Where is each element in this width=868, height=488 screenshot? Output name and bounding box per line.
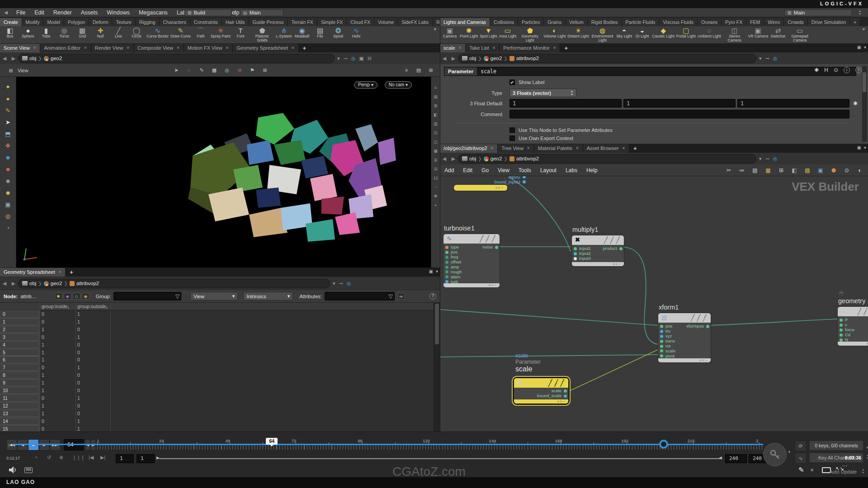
tab-performance-monitor[interactable]: Performance Monitor✕: [500, 44, 560, 52]
shelf-tab-characters[interactable]: Characters: [160, 18, 190, 26]
display-option-icon-5[interactable]: ⊡: [434, 131, 438, 135]
output-port-product[interactable]: product: [603, 246, 623, 251]
attribute-list-icon[interactable]: ≔: [397, 293, 405, 300]
tab-render-view[interactable]: Render View✕: [91, 44, 134, 52]
path-item-geo2[interactable]: geo2: [484, 156, 502, 161]
shelf-tab-crowds[interactable]: Crowds: [784, 18, 808, 26]
port-dot[interactable]: [660, 330, 663, 333]
output-port-input2[interactable]: input2: [453, 176, 526, 179]
shelf-tab-sidefx-labs[interactable]: SideFX Labs: [398, 18, 433, 26]
close-icon[interactable]: ✕: [491, 144, 494, 153]
shelf-tab-polygon[interactable]: Polygon: [64, 18, 89, 26]
shelf-tool-grid[interactable]: ▦Grid: [73, 26, 91, 38]
shelf-tool-switcher[interactable]: ⇄Switcher: [769, 26, 787, 38]
node-scale-parameter[interactable]: ◉ scalebound_scale ≡ = −: [514, 378, 569, 404]
nav-back-icon[interactable]: ◀: [0, 281, 9, 286]
comment-field[interactable]: [509, 110, 849, 118]
vertices-mode-icon[interactable]: ◆: [64, 293, 71, 300]
default-x-field[interactable]: 1: [509, 99, 622, 108]
add-tab-button[interactable]: +: [299, 44, 311, 52]
nav-forward-icon[interactable]: ▶: [9, 56, 18, 61]
port-dot[interactable]: [660, 349, 663, 352]
shelf-tab-vellum[interactable]: Vellum: [566, 18, 588, 26]
port-dot[interactable]: [574, 257, 577, 260]
port-dot[interactable]: [660, 340, 663, 343]
playback-start-field[interactable]: 1: [137, 454, 155, 463]
close-icon[interactable]: ✕: [126, 44, 130, 52]
select-arrow-icon[interactable]: ➤: [172, 66, 181, 74]
port-dot[interactable]: [445, 261, 448, 264]
shelf-tab-hair-utils[interactable]: Hair Utils: [222, 18, 249, 26]
param-scrollbar[interactable]: [862, 66, 867, 142]
tab-scale[interactable]: scale✕: [440, 44, 466, 52]
row-header[interactable]: 8: [0, 371, 39, 379]
port-dot[interactable]: [574, 252, 577, 255]
tab-motion-fx-view[interactable]: Motion FX View✕: [184, 44, 233, 52]
bucket-icon[interactable]: ⬢: [829, 166, 838, 174]
input-port-p[interactable]: P: [838, 318, 868, 323]
row-header[interactable]: 2: [0, 326, 39, 333]
tree-icon[interactable]: ≔: [737, 166, 746, 174]
next-key-icon[interactable]: ▶|: [100, 455, 105, 460]
output-port-bound-input2[interactable]: bound_input2: [453, 179, 526, 184]
node-xform1[interactable]: xform1 ▧ postrsxyztransrotscalepivot xfo…: [658, 313, 711, 363]
input-port-turb[interactable]: turb: [443, 279, 500, 284]
input-port-offset[interactable]: offset: [443, 260, 500, 265]
teapot-icon[interactable]: ◔: [3, 224, 13, 232]
port-dot[interactable]: [523, 176, 526, 178]
display-option-icon-1[interactable]: ▤: [434, 95, 438, 99]
no-cam-button[interactable]: No cam ▾: [385, 81, 412, 89]
shelf-tab-modify[interactable]: Modify: [22, 18, 44, 26]
shelf-tab-particle-fluids[interactable]: Particle Fluids: [622, 18, 660, 26]
keys-info-box[interactable]: 0 keys, 0/0 channels ▲: [809, 441, 863, 450]
tab-take-list[interactable]: Take List✕: [466, 44, 500, 52]
close-icon[interactable]: ✕: [176, 44, 180, 52]
shelf-tab-viscous-fluids[interactable]: Viscous Fluids: [660, 18, 698, 26]
row-header[interactable]: 9: [0, 379, 39, 386]
shelf-tab-guide-process[interactable]: Guide Process: [249, 18, 288, 26]
port-dot[interactable]: [660, 345, 663, 348]
shelf-tab-wires[interactable]: Wires: [764, 18, 784, 26]
input-port-freq[interactable]: freq: [443, 255, 500, 260]
render-flag-icon[interactable]: ⚑: [248, 66, 257, 74]
display-option-icon-3[interactable]: ◧: [434, 113, 438, 117]
realtime-toggle-icon[interactable]: ◔: [34, 455, 38, 460]
path-item-attribvop2[interactable]: attribvop2: [509, 156, 539, 161]
row-header[interactable]: 14: [0, 418, 39, 425]
display-option-icon-6[interactable]: ◫: [434, 140, 438, 144]
output-port-scale[interactable]: scale: [537, 389, 567, 394]
default-gear-icon[interactable]: ✱: [853, 100, 858, 107]
path-item-geo2[interactable]: geo2: [44, 281, 62, 286]
net-menu-view[interactable]: View: [493, 167, 514, 174]
export-context-checkbox[interactable]: [509, 136, 515, 141]
input-port-scale[interactable]: scale: [658, 348, 711, 353]
input-port-amp[interactable]: amp: [443, 265, 500, 270]
path-item-obj[interactable]: obj: [462, 156, 476, 161]
subgrid-icon[interactable]: ⊞: [260, 66, 269, 74]
tab-geometry-spreadsheet[interactable]: Geometry Spreadsheet✕: [0, 268, 66, 277]
layout-panes-icon[interactable]: ▤: [414, 66, 423, 74]
group-input[interactable]: ▽: [113, 292, 181, 300]
net-menu-help[interactable]: Help: [582, 167, 602, 174]
shelf-tab-create[interactable]: Create: [0, 18, 22, 26]
houdini-badge-icon[interactable]: H: [824, 67, 828, 73]
net-menu-layout[interactable]: Layout: [536, 167, 561, 174]
row-header[interactable]: 5: [0, 349, 39, 356]
shelf-tool-platonic-solids[interactable]: ⬟Platonic Solids: [250, 26, 275, 42]
view-dropdown[interactable]: View▾: [190, 292, 238, 300]
row-header[interactable]: 11: [0, 394, 39, 402]
organize-icon[interactable]: ✂: [724, 166, 733, 174]
snapshot-icon[interactable]: ◧: [790, 166, 799, 174]
net-menu-add[interactable]: Add: [440, 167, 458, 174]
shelf-tool-circle[interactable]: ◯Circle: [127, 26, 146, 38]
paint-tool-icon[interactable]: ✎: [3, 107, 13, 115]
port-dot[interactable]: [840, 319, 843, 322]
shelf-tab-volume[interactable]: Volume: [374, 18, 398, 26]
param-path-field[interactable]: obj❯geo2❯attribvop2: [458, 54, 756, 63]
loop-icon[interactable]: ↺: [47, 455, 51, 460]
path-item-attribvop2[interactable]: attribvop2: [70, 281, 99, 286]
gs-scrollbar[interactable]: [434, 303, 440, 433]
menu-assets[interactable]: Assets: [76, 8, 103, 17]
nav-forward-icon[interactable]: ▶: [449, 156, 458, 162]
path-item-geo2[interactable]: geo2: [484, 56, 502, 61]
